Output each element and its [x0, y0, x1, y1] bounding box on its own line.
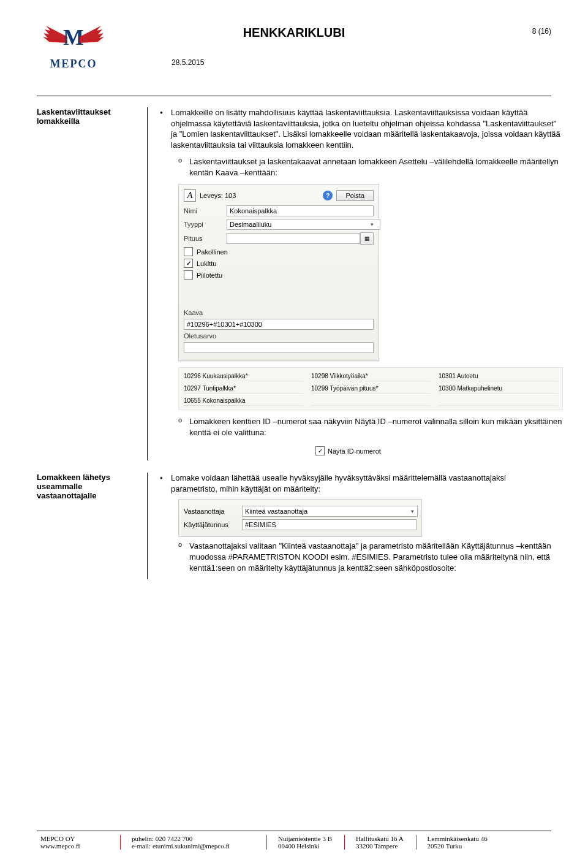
- footer-sep: [120, 835, 121, 850]
- lukittu-label: Lukittu: [197, 260, 216, 267]
- footer-addr1a: Nuijamiestentie 3 B: [278, 835, 332, 842]
- footer-addr3b: 20520 Turku: [428, 842, 488, 850]
- kaava-label: Kaava: [184, 309, 374, 316]
- tyyppi-select[interactable]: [227, 219, 380, 230]
- section2-sub1: Vastaanottajaksi valitaan "Kiinteä vasta…: [189, 541, 551, 573]
- font-icon[interactable]: A: [184, 189, 196, 202]
- section1-sub2: Lomakkeen kenttien ID –numerot saa näkyv…: [189, 416, 563, 438]
- section2-text: Lomake voidaan lähettää usealle hyväksyj…: [171, 473, 551, 494]
- sub-bullet-icon: [178, 541, 189, 548]
- page-number: 8 (16): [532, 27, 551, 36]
- poista-button[interactable]: Poista: [336, 190, 374, 201]
- field-id-list: 10296 Kuukausipalkka* 10298 Viikkotyöaik…: [178, 367, 563, 410]
- vastaanottaja-label: Vastaanottaja: [184, 508, 242, 515]
- sub-bullet-icon: [178, 156, 189, 164]
- oletus-label: Oletusarvo: [184, 332, 374, 340]
- field-cell[interactable]: 10298 Viikkotyöaika*: [311, 371, 430, 381]
- leveys-value: 103: [225, 192, 236, 199]
- field-cell[interactable]: 10299 Työpäivän pituus*: [311, 384, 430, 394]
- field-cell[interactable]: 10655 Kokonaispalkka: [184, 396, 303, 406]
- calculator-icon[interactable]: ▦: [360, 232, 374, 245]
- field-cell[interactable]: 10301 Autoetu: [439, 371, 557, 381]
- field-cell: [311, 396, 430, 406]
- show-id-checkbox[interactable]: ✓: [315, 446, 325, 455]
- recipient-panel: Vastaanottaja ▾ Käyttäjätunnus: [178, 499, 422, 537]
- piilotettu-label: Piilotettu: [197, 272, 222, 279]
- kaava-field[interactable]: [184, 319, 374, 330]
- lukittu-checkbox[interactable]: [184, 259, 193, 268]
- footer-phone: puhelin: 020 7422 700: [132, 835, 254, 842]
- footer-email: e-mail: etunimi.sukunimi@mepco.fi: [132, 842, 254, 850]
- section1-sub1: Laskentaviittaukset ja laskentakaavat an…: [189, 156, 563, 178]
- field-cell[interactable]: 10296 Kuukausipalkka*: [184, 371, 303, 381]
- kayttajatunnus-field[interactable]: [242, 519, 417, 530]
- footer-company: MEPCO OY: [40, 835, 108, 842]
- field-cell[interactable]: 10297 Tuntipalkka*: [184, 384, 303, 394]
- nimi-label: Nimi: [184, 207, 227, 215]
- footer-addr2a: Hallituskatu 16 A: [356, 835, 404, 842]
- field-cell: [439, 396, 557, 406]
- footer-divider: [37, 831, 551, 831]
- pakollinen-checkbox[interactable]: [184, 247, 193, 256]
- bullet-icon: [160, 107, 171, 115]
- help-icon[interactable]: ?: [323, 191, 333, 200]
- show-id-label: Näytä ID-numerot: [328, 447, 381, 455]
- vastaanottaja-select[interactable]: [242, 506, 418, 517]
- show-id-checkbox-row: ✓ Näytä ID-numerot: [312, 444, 411, 458]
- document-title: HENKKARIKLUBI: [37, 26, 551, 40]
- pituus-field[interactable]: [227, 233, 360, 244]
- footer-addr1b: 00400 Helsinki: [278, 842, 332, 850]
- leveys-label: Leveys:: [200, 192, 223, 199]
- footer-sep: [416, 835, 417, 850]
- section1-text: Lomakkeille on lisätty mahdollisuus käyt…: [171, 107, 563, 150]
- page-header: M MEPCO HENKKARIKLUBI 28.5.2015 8 (16): [37, 25, 551, 92]
- pituus-label: Pituus: [184, 235, 227, 242]
- footer-addr3a: Lemminkäisenkatu 46: [428, 835, 488, 842]
- oletus-field[interactable]: [184, 342, 374, 353]
- nimi-field[interactable]: [227, 205, 374, 216]
- field-cell[interactable]: 10300 Matkapuhelinetu: [439, 384, 557, 394]
- tyyppi-label: Tyyppi: [184, 221, 227, 228]
- page-footer: MEPCO OY www.mepco.fi puhelin: 020 7422 …: [37, 831, 551, 850]
- sub-bullet-icon: [178, 416, 189, 424]
- footer-url: www.mepco.fi: [40, 842, 108, 850]
- bullet-icon: [160, 473, 171, 481]
- pakollinen-label: Pakollinen: [197, 248, 228, 256]
- footer-sep: [266, 835, 267, 850]
- field-definition-panel: A Leveys: 103 ? Poista Nimi Tyyppi ▾: [178, 184, 379, 361]
- document-date: 28.5.2015: [172, 58, 551, 67]
- kayttajatunnus-label: Käyttäjätunnus: [184, 521, 242, 528]
- footer-addr2b: 33200 Tampere: [356, 842, 404, 850]
- piilotettu-checkbox[interactable]: [184, 270, 193, 280]
- footer-sep: [344, 835, 345, 850]
- section2-heading: Lomakkeen lähetys useammalle vastaanotta…: [37, 473, 147, 500]
- header-divider: [37, 96, 551, 96]
- section1-heading: Laskentaviittaukset lomakkeilla: [37, 107, 147, 126]
